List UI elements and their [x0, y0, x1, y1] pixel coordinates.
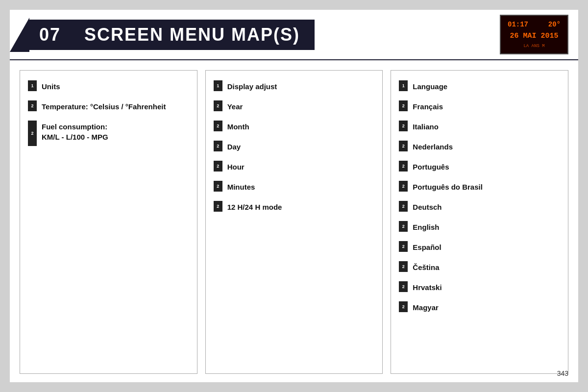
- level-badge: 2: [214, 121, 222, 131]
- list-item: 2 Português do Brasil: [399, 181, 560, 192]
- list-item: 2 English: [399, 221, 560, 232]
- clock-time-value: 01:17: [508, 20, 528, 30]
- item-label: Magyar: [413, 301, 439, 313]
- item-label: Čeština: [413, 261, 439, 272]
- list-item: 2 Français: [399, 100, 560, 112]
- item-label: Year: [227, 100, 243, 112]
- item-label: Minutes: [227, 181, 255, 192]
- language-panel: 1 Language 2 Français 2 Italiano 2 Neder…: [391, 70, 568, 374]
- item-label: Italiano: [413, 121, 439, 132]
- level-badge: 2: [28, 100, 37, 111]
- list-item: 2 Čeština: [399, 261, 560, 272]
- list-item: 2 Hrvatski: [399, 281, 560, 293]
- item-label: Hour: [227, 161, 245, 172]
- level-badge: 2: [399, 141, 408, 151]
- list-item: 2 Day: [214, 141, 375, 152]
- list-item: 2 Hour: [214, 161, 375, 172]
- clock-display: 01:17 20° 26 MAI 2015 LA ANS M: [500, 15, 568, 54]
- item-label: Display adjust: [227, 80, 277, 92]
- list-item: 2 Español: [399, 241, 560, 252]
- level-badge: 2: [399, 121, 408, 131]
- item-label: English: [413, 221, 439, 232]
- level-badge: 2: [399, 281, 408, 292]
- item-label: Deutsch: [413, 201, 441, 212]
- level-badge: 2: [214, 161, 222, 172]
- units-panel: 1 Units 2 Temperature: °Celsius / °Fahre…: [20, 70, 197, 374]
- list-item: 2 Nederlands: [399, 141, 560, 152]
- clock-date-value: 26 MAI 2015: [508, 31, 561, 42]
- list-item: 2 Português: [399, 161, 560, 172]
- list-item: 2 Deutsch: [399, 201, 560, 212]
- level-badge: 2: [214, 100, 222, 111]
- item-label: Fuel consumption:KM/L - L/100 - MPG: [42, 121, 108, 142]
- header: 07 SCREEN MENU MAP(S) 01:17 20° 26 MAI 2…: [10, 10, 578, 60]
- list-item: 1 Display adjust: [214, 80, 375, 92]
- item-label: Nederlands: [413, 141, 453, 152]
- list-item: 1 Units: [28, 80, 189, 92]
- item-label: Month: [227, 121, 249, 132]
- list-item: 1 Language: [399, 80, 560, 92]
- header-slash-decoration: [10, 18, 29, 52]
- level-badge: 1: [28, 80, 37, 91]
- level-badge: 2: [214, 141, 222, 151]
- item-label: Temperature: °Celsius / °Fahrenheit: [42, 100, 166, 112]
- list-item: 2 Magyar: [399, 301, 560, 313]
- list-item: 2 Temperature: °Celsius / °Fahrenheit: [28, 100, 189, 112]
- level-badge: 1: [214, 80, 222, 91]
- item-label: 12 H/24 H mode: [227, 201, 282, 212]
- clock-sub-value: LA ANS M: [508, 43, 561, 50]
- item-label: Português: [413, 161, 449, 172]
- level-badge: 2: [399, 100, 408, 111]
- item-label: Français: [413, 100, 443, 112]
- item-label: Español: [413, 241, 441, 252]
- page: 07 SCREEN MENU MAP(S) 01:17 20° 26 MAI 2…: [10, 10, 578, 382]
- list-item: 2 Year: [214, 100, 375, 112]
- content-area: 1 Units 2 Temperature: °Celsius / °Fahre…: [10, 70, 578, 374]
- item-label: Units: [42, 80, 60, 92]
- list-item: 2 Fuel consumption:KM/L - L/100 - MPG: [28, 121, 189, 146]
- clock-temp-value: 20°: [548, 20, 561, 30]
- level-badge: 1: [399, 80, 408, 91]
- item-label: Day: [227, 141, 241, 152]
- level-badge: 2: [399, 161, 408, 172]
- level-badge: 2: [399, 241, 408, 252]
- level-badge: 2: [399, 301, 408, 312]
- item-label: Language: [413, 80, 447, 92]
- display-adjust-panel: 1 Display adjust 2 Year 2 Month 2 Day 2 …: [205, 70, 383, 374]
- page-number: 343: [557, 369, 568, 377]
- item-label: Hrvatski: [413, 281, 441, 293]
- list-item: 2 Minutes: [214, 181, 375, 192]
- level-badge: 2: [28, 121, 37, 146]
- list-item: 2 12 H/24 H mode: [214, 201, 375, 212]
- level-badge: 2: [399, 201, 408, 212]
- level-badge: 2: [214, 201, 222, 212]
- page-title: 07 SCREEN MENU MAP(S): [29, 20, 315, 50]
- level-badge: 2: [399, 181, 408, 192]
- clock-time-row: 01:17 20°: [508, 20, 561, 30]
- level-badge: 2: [399, 261, 408, 272]
- chapter-title: SCREEN MENU MAP(S): [84, 24, 300, 45]
- chapter-number: 07: [39, 24, 61, 45]
- list-item: 2 Month: [214, 121, 375, 132]
- header-title-wrap: 07 SCREEN MENU MAP(S): [10, 18, 315, 52]
- level-badge: 2: [399, 221, 408, 232]
- level-badge: 2: [214, 181, 222, 192]
- list-item: 2 Italiano: [399, 121, 560, 132]
- item-label: Português do Brasil: [413, 181, 483, 192]
